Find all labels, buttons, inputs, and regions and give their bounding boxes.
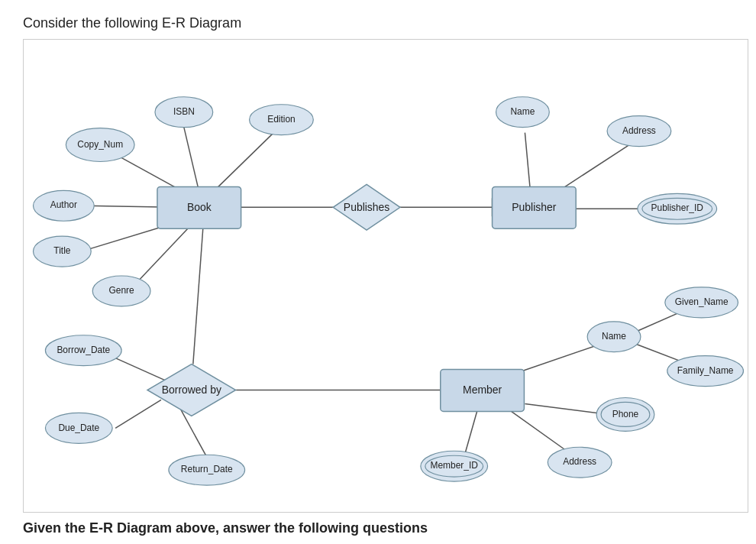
attr-return-date-label: Return_Date	[181, 464, 233, 474]
svg-line-17	[180, 408, 207, 457]
svg-line-22	[511, 411, 572, 455]
svg-line-21	[525, 403, 609, 414]
page-title: Consider the following E-R Diagram	[23, 15, 733, 31]
attr-member-phone-label: Phone	[612, 409, 639, 419]
svg-line-5	[215, 131, 276, 191]
attr-member-address-label: Address	[563, 456, 596, 467]
footer-text: Given the E-R Diagram above, answer the …	[23, 520, 733, 536]
svg-line-10	[557, 145, 629, 193]
attr-borrow-date-label: Borrow_Date	[57, 345, 110, 355]
attr-member-name-label: Name	[602, 331, 626, 342]
attr-copy-num-label: Copy_Num	[77, 139, 123, 150]
attr-isbn-label: ISBN	[173, 106, 195, 117]
er-svg: Book Publisher Member Publishes Borrowed…	[24, 40, 748, 512]
svg-line-9	[525, 133, 530, 191]
attr-given-name-label: Given_Name	[675, 296, 729, 307]
attr-edition-label: Edition	[267, 114, 296, 125]
relationship-publishes-label: Publishes	[344, 201, 389, 213]
attr-author-label: Author	[50, 199, 77, 210]
svg-line-12	[193, 228, 203, 364]
svg-line-18	[511, 343, 604, 375]
svg-line-16	[115, 400, 161, 428]
attr-publisher-name-label: Name	[510, 106, 535, 117]
attr-family-name-label: Family_Name	[677, 365, 734, 376]
svg-line-0	[184, 128, 199, 193]
page: Consider the following E-R Diagram	[0, 0, 756, 544]
svg-line-15	[115, 358, 165, 380]
entity-book-label: Book	[187, 201, 212, 213]
entity-publisher-label: Publisher	[512, 201, 556, 213]
attr-publisher-id-label: Publisher_ID	[651, 202, 704, 213]
er-diagram: Book Publisher Member Publishes Borrowed…	[23, 39, 748, 513]
svg-line-23	[464, 411, 477, 457]
attr-title-label: Title	[53, 245, 70, 256]
attr-publisher-address-label: Address	[622, 125, 656, 136]
attr-genre-label: Genre	[109, 285, 135, 296]
svg-line-4	[134, 228, 188, 285]
attr-due-date-label: Due_Date	[58, 423, 99, 433]
entity-member-label: Member	[463, 384, 502, 396]
attr-member-id-label: Member_ID	[430, 460, 478, 471]
relationship-borrowed-by-label: Borrowed by	[162, 384, 221, 396]
